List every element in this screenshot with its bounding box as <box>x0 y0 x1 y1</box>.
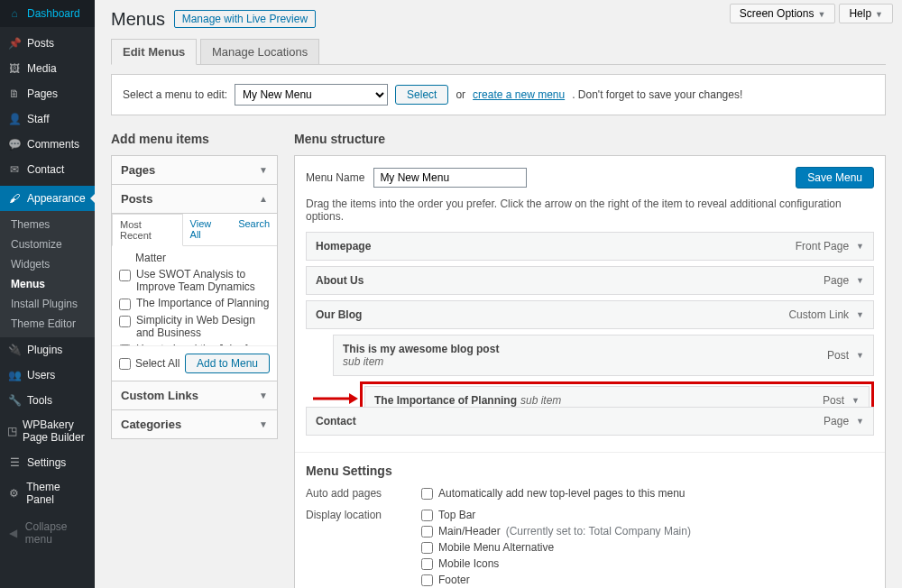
location-option[interactable]: Mobile Menu Alternative <box>421 541 691 554</box>
create-new-menu-link[interactable]: create a new menu <box>473 88 565 101</box>
svg-marker-1 <box>349 393 358 404</box>
select-all-label[interactable]: Select All <box>119 357 179 370</box>
auto-add-checkbox[interactable] <box>421 488 433 500</box>
posts-checklist[interactable]: Matter Use SWOT Analysis to Improve Team… <box>112 246 277 345</box>
page-icon: 🗎 <box>7 87 22 101</box>
auto-add-label: Auto add pages <box>306 487 421 503</box>
post-checkbox-row: The Importance of Planning <box>119 295 270 312</box>
sidebar-item-label: Users <box>27 369 55 381</box>
post-checkbox-row: Simplicity in Web Design and Business <box>119 312 270 341</box>
sidebar-sub-widgets[interactable]: Widgets <box>0 254 95 274</box>
chevron-down-icon[interactable]: ▼ <box>856 242 864 251</box>
location-checkbox[interactable] <box>421 542 433 554</box>
post-checkbox[interactable] <box>119 316 131 327</box>
location-text: Mobile Menu Alternative <box>438 541 554 554</box>
post-checkbox[interactable] <box>119 345 131 345</box>
add-to-menu-button[interactable]: Add to Menu <box>185 354 270 373</box>
sidebar-item-tools[interactable]: 🔧Tools <box>0 388 95 413</box>
sidebar-sub-menus[interactable]: Menus <box>0 274 95 294</box>
menu-item-type: Front Page <box>796 240 849 253</box>
accordion-posts-body: Most Recent View All Search Matter Use S… <box>112 213 277 381</box>
chevron-down-icon[interactable]: ▼ <box>851 396 860 405</box>
location-checkbox[interactable] <box>421 574 433 586</box>
sidebar-item-staff[interactable]: 👤Staff <box>0 106 95 132</box>
live-preview-button[interactable]: Manage with Live Preview <box>174 10 316 28</box>
post-label: Simplicity in Web Design and Business <box>136 314 270 339</box>
menu-item-type: Post <box>823 394 844 407</box>
location-checkbox[interactable] <box>421 558 433 570</box>
sidebar-collapse[interactable]: ◀Collapse menu <box>0 515 95 551</box>
tab-most-recent[interactable]: Most Recent <box>112 214 183 246</box>
location-checkbox[interactable] <box>421 510 433 521</box>
sidebar-item-pages[interactable]: 🗎Pages <box>0 81 95 106</box>
sidebar-item-posts[interactable]: 📌Posts <box>0 31 95 56</box>
auto-add-option[interactable]: Automatically add new top-level pages to… <box>421 487 686 500</box>
sidebar-sub-themes[interactable]: Themes <box>0 215 95 234</box>
chevron-down-icon[interactable]: ▼ <box>856 351 864 360</box>
sidebar-item-comments[interactable]: 💬Comments <box>0 132 95 157</box>
sidebar-item-dashboard[interactable]: ⌂Dashboard <box>0 0 95 27</box>
accordion-pages[interactable]: Pages▼ <box>112 156 277 184</box>
menu-name-input[interactable] <box>373 168 527 188</box>
sidebar-item-label: Dashboard <box>27 7 80 20</box>
post-label: Use SWOT Analysis to Improve Team Dynami… <box>136 268 270 293</box>
accordion-label: Custom Links <box>121 389 198 402</box>
posts-filter-tabs: Most Recent View All Search <box>112 214 277 246</box>
accordion-custom-links[interactable]: Custom Links▼ <box>112 381 277 409</box>
chevron-down-icon[interactable]: ▼ <box>856 417 864 426</box>
sidebar-item-wpbakery[interactable]: ◳WPBakery Page Builder <box>0 413 95 450</box>
chevron-down-icon[interactable]: ▼ <box>856 276 864 285</box>
location-text: Top Bar <box>438 509 475 521</box>
menu-item[interactable]: About Us Page▼ <box>306 266 874 295</box>
nav-tabs: Edit Menus Manage Locations <box>111 39 886 65</box>
sidebar-item-label: Posts <box>27 37 54 50</box>
save-menu-button-top[interactable]: Save Menu <box>796 167 874 188</box>
select-button[interactable]: Select <box>395 85 448 105</box>
post-checkbox[interactable] <box>119 299 131 310</box>
post-checkbox-row: Matter <box>119 250 270 266</box>
sidebar-item-theme-panel[interactable]: ⚙Theme Panel <box>0 475 95 511</box>
menu-items-list[interactable]: Homepage Front Page▼ About Us Page▼ Our … <box>306 232 874 436</box>
menu-editor: Menu Name Save Menu Drag the items into … <box>294 155 886 588</box>
menu-item-sub-label: sub item <box>520 394 561 407</box>
sidebar-item-label: Theme Panel <box>26 481 87 506</box>
tab-edit-menus[interactable]: Edit Menus <box>111 39 197 65</box>
accordion-posts[interactable]: Posts▲ <box>112 184 277 213</box>
sidebar-item-users[interactable]: 👥Users <box>0 363 95 388</box>
location-option[interactable]: Top Bar <box>421 509 691 521</box>
sidebar-sub-customize[interactable]: Customize <box>0 234 95 254</box>
sidebar-sub-theme-editor[interactable]: Theme Editor <box>0 314 95 334</box>
sidebar-item-plugins[interactable]: 🔌Plugins <box>0 337 95 363</box>
tab-view-all[interactable]: View All <box>183 214 232 245</box>
accordion-categories[interactable]: Categories▼ <box>112 409 277 438</box>
tab-search[interactable]: Search <box>231 214 277 245</box>
select-all-checkbox[interactable] <box>119 358 131 370</box>
chevron-down-icon[interactable]: ▼ <box>856 310 864 319</box>
menu-item[interactable]: Our Blog Custom Link▼ <box>306 300 874 329</box>
post-checkbox-row: Use SWOT Analysis to Improve Team Dynami… <box>119 266 270 295</box>
sidebar-item-settings[interactable]: ☰Settings <box>0 450 95 475</box>
menu-item[interactable]: Contact Page▼ <box>306 407 874 436</box>
sidebar-item-label: Settings <box>27 456 66 469</box>
chevron-down-icon: ▼ <box>259 419 268 429</box>
sidebar-sub-install-plugins[interactable]: Install Plugins <box>0 294 95 314</box>
location-option[interactable]: Footer <box>421 574 691 586</box>
plugin-icon: 🔌 <box>7 343 22 357</box>
menu-item-type: Page <box>824 274 849 287</box>
post-checkbox-row: How to Land the Job of Your Dreams <box>119 341 270 345</box>
location-checkbox[interactable] <box>421 526 433 537</box>
tab-manage-locations[interactable]: Manage Locations <box>200 39 319 64</box>
post-checkbox[interactable] <box>119 270 131 281</box>
menu-item-title: Homepage <box>316 240 371 253</box>
sidebar-item-contact[interactable]: ✉Contact <box>0 157 95 182</box>
pin-icon: 📌 <box>7 36 22 51</box>
location-option[interactable]: Mobile Icons <box>421 557 691 570</box>
comment-icon: 💬 <box>7 137 22 152</box>
sidebar-item-appearance[interactable]: 🖌Appearance <box>0 186 95 211</box>
menu-item[interactable]: Homepage Front Page▼ <box>306 232 874 261</box>
menu-select[interactable]: My New Menu <box>235 84 388 106</box>
sidebar-item-media[interactable]: 🖼Media <box>0 56 95 81</box>
location-option[interactable]: Main/Header (Currently set to: Total Com… <box>421 525 691 537</box>
menu-item-sub[interactable]: This is my awesome blog postsub item Pos… <box>333 335 874 376</box>
chevron-up-icon: ▲ <box>259 194 268 204</box>
